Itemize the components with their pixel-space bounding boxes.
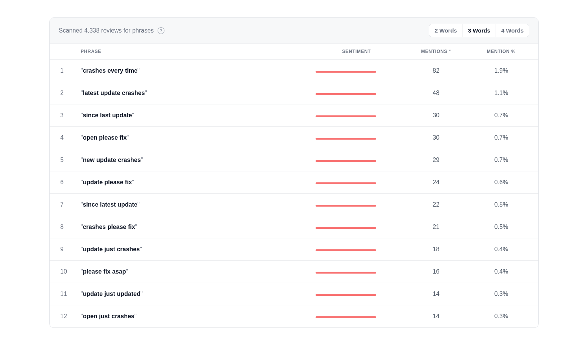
col-header-mention-pct[interactable]: MENTION % xyxy=(470,44,538,60)
mention-pct-value: 0.4% xyxy=(470,238,538,261)
mention-pct-value: 0.3% xyxy=(470,305,538,328)
col-header-sentiment[interactable]: SENTIMENT xyxy=(311,44,402,60)
quote-close: " xyxy=(140,246,142,252)
row-index: 11 xyxy=(50,283,76,305)
mentions-value: 14 xyxy=(402,305,470,328)
phrases-table: PHRASE SENTIMENT MENTIONS˅ MENTION % 1"c… xyxy=(50,44,538,328)
col-header-mentions-label: MENTIONS xyxy=(421,49,447,54)
sentiment-bar xyxy=(316,294,376,296)
phrase-text: please fix asap xyxy=(83,268,126,275)
quote-close: " xyxy=(135,224,138,230)
phrase-text: since latest update xyxy=(83,201,138,208)
row-index: 9 xyxy=(50,238,76,261)
col-header-index xyxy=(50,44,76,60)
row-index: 10 xyxy=(50,261,76,283)
mentions-value: 18 xyxy=(402,238,470,261)
phrase-text: latest update crashes xyxy=(83,90,145,96)
mentions-value: 48 xyxy=(402,82,470,104)
mentions-value: 30 xyxy=(402,127,470,149)
table-row[interactable]: 11"update just updated"140.3% xyxy=(50,283,538,305)
quote-close: " xyxy=(132,112,134,118)
help-icon[interactable]: ? xyxy=(158,27,164,34)
mention-pct-value: 0.6% xyxy=(470,171,538,194)
table-row[interactable]: 6"update please fix"240.6% xyxy=(50,171,538,194)
phrase-text: update just crashes xyxy=(83,246,140,252)
row-index: 8 xyxy=(50,216,76,238)
sentiment-bar xyxy=(316,182,376,184)
mentions-value: 24 xyxy=(402,171,470,194)
mentions-value: 16 xyxy=(402,261,470,283)
sentiment-cell xyxy=(311,261,402,283)
sentiment-bar xyxy=(316,227,376,229)
phrase-text: since last update xyxy=(83,112,132,118)
row-index: 7 xyxy=(50,194,76,216)
sentiment-bar xyxy=(316,205,376,207)
table-row[interactable]: 2"latest update crashes"481.1% xyxy=(50,82,538,104)
phrase-cell: "open just crashes" xyxy=(76,305,311,328)
scanned-summary: Scanned 4,338 reviews for phrases ? xyxy=(59,27,164,34)
phrase-text: update just updated xyxy=(83,291,141,297)
table-row[interactable]: 12"open just crashes"140.3% xyxy=(50,305,538,328)
row-index: 5 xyxy=(50,149,76,171)
sentiment-bar xyxy=(316,272,376,274)
mention-pct-value: 0.5% xyxy=(470,194,538,216)
sentiment-cell xyxy=(311,82,402,104)
col-header-mentions[interactable]: MENTIONS˅ xyxy=(402,44,470,60)
quote-close: " xyxy=(145,90,147,96)
phrase-text: new update crashes xyxy=(83,157,141,163)
phrase-cell: "update please fix" xyxy=(76,171,311,194)
mention-pct-value: 1.1% xyxy=(470,82,538,104)
sentiment-cell xyxy=(311,238,402,261)
phrases-card: Scanned 4,338 reviews for phrases ? 2 Wo… xyxy=(49,17,539,328)
tab-4-words[interactable]: 4 Words xyxy=(496,24,529,37)
quote-close: " xyxy=(138,201,140,208)
phrase-cell: "open please fix" xyxy=(76,127,311,149)
mention-pct-value: 0.3% xyxy=(470,283,538,305)
col-header-phrase[interactable]: PHRASE xyxy=(76,44,311,60)
sentiment-bar xyxy=(316,93,376,95)
phrase-cell: "please fix asap" xyxy=(76,261,311,283)
sentiment-cell xyxy=(311,283,402,305)
sentiment-cell xyxy=(311,171,402,194)
row-index: 2 xyxy=(50,82,76,104)
row-index: 3 xyxy=(50,104,76,127)
phrase-text: crashes every time xyxy=(83,67,138,74)
quote-close: " xyxy=(132,179,134,185)
phrase-cell: "update just updated" xyxy=(76,283,311,305)
word-count-tabs: 2 Words3 Words4 Words xyxy=(429,24,529,37)
mention-pct-value: 0.4% xyxy=(470,261,538,283)
table-row[interactable]: 1"crashes every time"821.9% xyxy=(50,60,538,82)
sentiment-bar xyxy=(316,115,376,117)
sentiment-bar xyxy=(316,249,376,251)
quote-close: " xyxy=(134,313,137,319)
phrase-cell: "since latest update" xyxy=(76,194,311,216)
table-row[interactable]: 4"open please fix"300.7% xyxy=(50,127,538,149)
row-index: 4 xyxy=(50,127,76,149)
mention-pct-value: 0.7% xyxy=(470,149,538,171)
quote-close: " xyxy=(141,291,143,297)
row-index: 1 xyxy=(50,60,76,82)
table-row[interactable]: 5"new update crashes"290.7% xyxy=(50,149,538,171)
sentiment-cell xyxy=(311,194,402,216)
mention-pct-value: 0.5% xyxy=(470,216,538,238)
table-row[interactable]: 7"since latest update"220.5% xyxy=(50,194,538,216)
sentiment-cell xyxy=(311,149,402,171)
phrase-cell: "crashes please fix" xyxy=(76,216,311,238)
tab-3-words[interactable]: 3 Words xyxy=(462,24,496,37)
sentiment-bar xyxy=(316,71,376,73)
tab-2-words[interactable]: 2 Words xyxy=(429,24,462,37)
sentiment-cell xyxy=(311,127,402,149)
quote-close: " xyxy=(138,67,140,74)
mentions-value: 21 xyxy=(402,216,470,238)
sentiment-bar xyxy=(316,316,376,318)
scanned-text: Scanned 4,338 reviews for phrases xyxy=(59,27,154,34)
table-row[interactable]: 10"please fix asap"160.4% xyxy=(50,261,538,283)
table-row[interactable]: 3"since last update"300.7% xyxy=(50,104,538,127)
sentiment-cell xyxy=(311,305,402,328)
table-row[interactable]: 9"update just crashes"180.4% xyxy=(50,238,538,261)
mention-pct-value: 0.7% xyxy=(470,104,538,127)
mentions-value: 14 xyxy=(402,283,470,305)
phrase-cell: "latest update crashes" xyxy=(76,82,311,104)
mentions-value: 82 xyxy=(402,60,470,82)
table-row[interactable]: 8"crashes please fix"210.5% xyxy=(50,216,538,238)
